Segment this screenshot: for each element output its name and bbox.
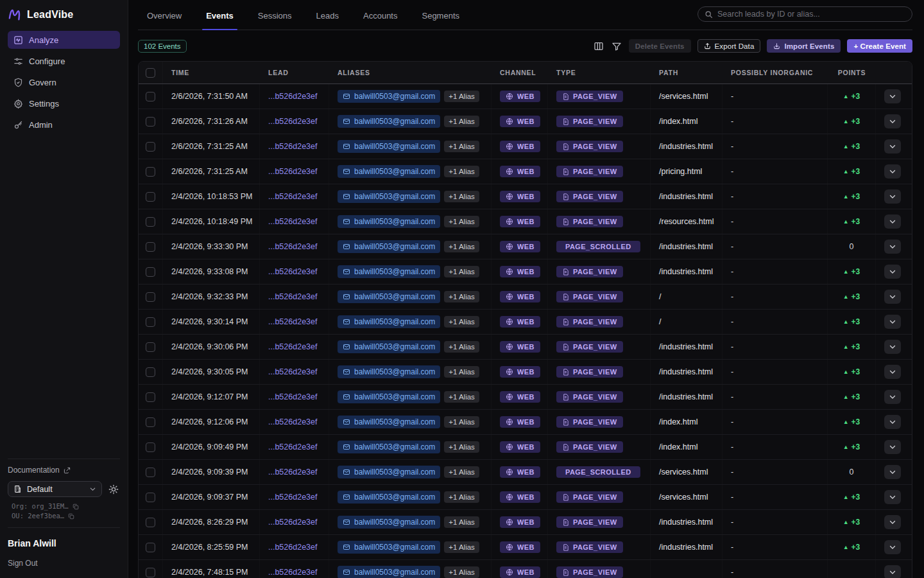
- alias-extra-badge[interactable]: +1 Alias: [444, 91, 479, 102]
- alias-email-badge[interactable]: balwill0503@gmail.com: [338, 466, 440, 478]
- lead-id-link[interactable]: ...b526d2e3ef: [268, 518, 317, 527]
- sidebar-item-configure[interactable]: Configure: [8, 52, 120, 70]
- lead-id-link[interactable]: ...b526d2e3ef: [268, 292, 317, 301]
- row-checkbox[interactable]: [146, 367, 155, 377]
- lead-id-link[interactable]: ...b526d2e3ef: [268, 217, 317, 226]
- tab-events[interactable]: Events: [197, 11, 249, 30]
- alias-email-badge[interactable]: balwill0503@gmail.com: [338, 340, 440, 353]
- alias-extra-badge[interactable]: +1 Alias: [444, 191, 479, 202]
- row-checkbox[interactable]: [146, 292, 155, 302]
- tab-leads[interactable]: Leads: [307, 11, 354, 30]
- expand-row-button[interactable]: [884, 340, 901, 354]
- alias-email-badge[interactable]: balwill0503@gmail.com: [338, 190, 440, 203]
- row-checkbox[interactable]: [146, 442, 155, 452]
- alias-email-badge[interactable]: balwill0503@gmail.com: [338, 140, 440, 153]
- lead-id-link[interactable]: ...b526d2e3ef: [268, 117, 317, 126]
- alias-extra-badge[interactable]: +1 Alias: [444, 466, 479, 478]
- expand-row-button[interactable]: [884, 415, 901, 429]
- alias-email-badge[interactable]: balwill0503@gmail.com: [338, 491, 440, 504]
- expand-row-button[interactable]: [884, 315, 901, 329]
- columns-icon[interactable]: [593, 40, 604, 52]
- expand-row-button[interactable]: [884, 390, 901, 404]
- expand-row-button[interactable]: [884, 114, 901, 128]
- expand-row-button[interactable]: [884, 465, 901, 479]
- alias-extra-badge[interactable]: +1 Alias: [444, 216, 479, 227]
- row-checkbox[interactable]: [146, 342, 155, 352]
- expand-row-button[interactable]: [884, 240, 901, 254]
- alias-extra-badge[interactable]: +1 Alias: [444, 266, 479, 277]
- row-checkbox[interactable]: [146, 543, 155, 552]
- alias-email-badge[interactable]: balwill0503@gmail.com: [338, 441, 440, 453]
- alias-extra-badge[interactable]: +1 Alias: [444, 291, 479, 302]
- alias-extra-badge[interactable]: +1 Alias: [444, 141, 479, 152]
- copy-icon[interactable]: [68, 513, 74, 520]
- alias-email-badge[interactable]: balwill0503@gmail.com: [338, 290, 440, 303]
- alias-email-badge[interactable]: balwill0503@gmail.com: [338, 566, 440, 578]
- row-checkbox[interactable]: [146, 242, 155, 252]
- row-checkbox[interactable]: [146, 142, 155, 152]
- expand-row-button[interactable]: [884, 290, 901, 304]
- import-events-button[interactable]: Import Events: [767, 39, 841, 53]
- expand-row-button[interactable]: [884, 440, 901, 454]
- expand-row-button[interactable]: [884, 89, 901, 103]
- alias-email-badge[interactable]: balwill0503@gmail.com: [338, 165, 440, 178]
- documentation-link[interactable]: Documentation: [8, 459, 120, 481]
- sidebar-item-settings[interactable]: Settings: [8, 94, 120, 112]
- alias-extra-badge[interactable]: +1 Alias: [444, 341, 479, 353]
- lead-id-link[interactable]: ...b526d2e3ef: [268, 442, 317, 451]
- sign-out-link[interactable]: Sign Out: [8, 551, 120, 572]
- lead-id-link[interactable]: ...b526d2e3ef: [268, 317, 317, 326]
- row-checkbox[interactable]: [146, 518, 155, 527]
- tab-sessions[interactable]: Sessions: [249, 11, 307, 30]
- copy-icon[interactable]: [73, 504, 79, 510]
- row-checkbox[interactable]: [146, 267, 155, 277]
- expand-row-button[interactable]: [884, 515, 901, 529]
- expand-row-button[interactable]: [884, 215, 901, 229]
- alias-extra-badge[interactable]: +1 Alias: [444, 316, 479, 328]
- alias-extra-badge[interactable]: +1 Alias: [444, 441, 479, 453]
- alias-extra-badge[interactable]: +1 Alias: [444, 116, 479, 127]
- sidebar-item-govern[interactable]: Govern: [8, 73, 120, 91]
- expand-row-button[interactable]: [884, 189, 901, 204]
- expand-row-button[interactable]: [884, 565, 901, 578]
- row-checkbox[interactable]: [146, 167, 155, 177]
- lead-id-link[interactable]: ...b526d2e3ef: [268, 192, 317, 201]
- create-event-button[interactable]: + Create Event: [847, 39, 912, 53]
- expand-row-button[interactable]: [884, 139, 901, 153]
- lead-id-link[interactable]: ...b526d2e3ef: [268, 568, 317, 577]
- select-all-checkbox[interactable]: [146, 68, 155, 78]
- lead-id-link[interactable]: ...b526d2e3ef: [268, 142, 317, 151]
- lead-id-link[interactable]: ...b526d2e3ef: [268, 167, 317, 176]
- tab-segments[interactable]: Segments: [413, 11, 475, 30]
- tab-accounts[interactable]: Accounts: [354, 11, 413, 30]
- lead-id-link[interactable]: ...b526d2e3ef: [268, 342, 317, 351]
- expand-row-button[interactable]: [884, 265, 901, 279]
- alias-email-badge[interactable]: balwill0503@gmail.com: [338, 516, 440, 529]
- alias-email-badge[interactable]: balwill0503@gmail.com: [338, 390, 440, 403]
- filter-icon[interactable]: [611, 40, 622, 52]
- sidebar-item-admin[interactable]: Admin: [8, 116, 120, 134]
- alias-email-badge[interactable]: balwill0503@gmail.com: [338, 90, 440, 103]
- lead-id-link[interactable]: ...b526d2e3ef: [268, 417, 317, 426]
- alias-extra-badge[interactable]: +1 Alias: [444, 166, 479, 177]
- alias-extra-badge[interactable]: +1 Alias: [444, 391, 479, 403]
- row-checkbox[interactable]: [146, 92, 155, 101]
- expand-row-button[interactable]: [884, 164, 901, 179]
- row-checkbox[interactable]: [146, 392, 155, 402]
- lead-id-link[interactable]: ...b526d2e3ef: [268, 543, 317, 552]
- expand-row-button[interactable]: [884, 365, 901, 379]
- lead-id-link[interactable]: ...b526d2e3ef: [268, 493, 317, 502]
- lead-id-link[interactable]: ...b526d2e3ef: [268, 242, 317, 251]
- row-checkbox[interactable]: [146, 468, 155, 477]
- alias-email-badge[interactable]: balwill0503@gmail.com: [338, 315, 440, 328]
- row-checkbox[interactable]: [146, 192, 155, 202]
- alias-extra-badge[interactable]: +1 Alias: [444, 541, 479, 553]
- alias-email-badge[interactable]: balwill0503@gmail.com: [338, 541, 440, 554]
- delete-events-button[interactable]: Delete Events: [629, 39, 691, 53]
- alias-extra-badge[interactable]: +1 Alias: [444, 566, 479, 578]
- export-data-button[interactable]: Export Data: [697, 39, 761, 53]
- lead-id-link[interactable]: ...b526d2e3ef: [268, 468, 317, 477]
- alias-email-badge[interactable]: balwill0503@gmail.com: [338, 265, 440, 278]
- alias-extra-badge[interactable]: +1 Alias: [444, 366, 479, 378]
- row-checkbox[interactable]: [146, 117, 155, 127]
